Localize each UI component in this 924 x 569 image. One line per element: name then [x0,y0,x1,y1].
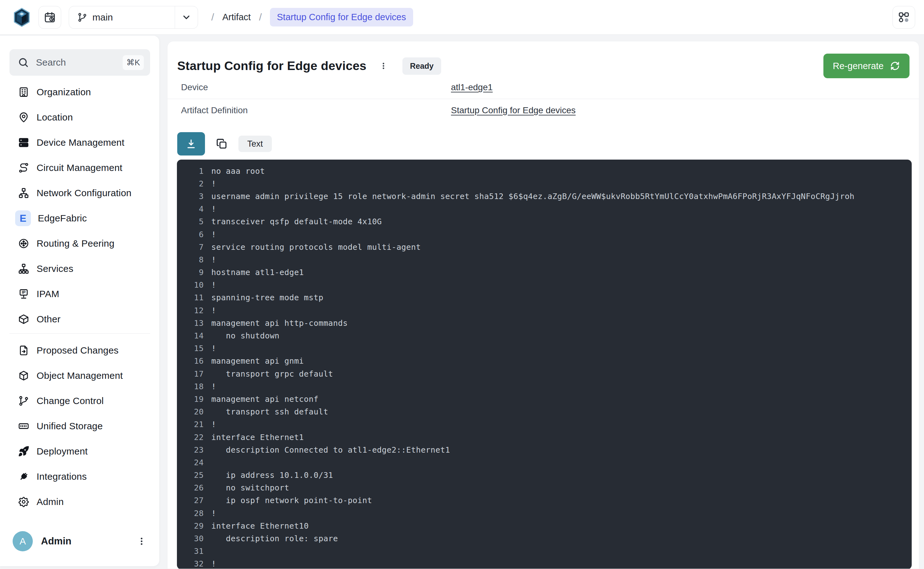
code-line: 25 ip address 10.1.0.0/31 [177,469,912,482]
artifact-definition-link[interactable]: Startup Config for Edge devices [451,105,576,116]
file-diff-icon [18,344,30,356]
sidebar-item-other[interactable]: Other [0,307,160,332]
user-name: Admin [41,536,127,547]
code-line: 4! [177,203,912,215]
sidebar-item-label: EdgeFabric [38,213,87,224]
line-number: 31 [177,546,204,556]
code-line: 15! [177,342,912,355]
breadcrumb: / Artifact / Startup Config for Edge dev… [211,8,413,26]
code-text: spanning-tree mode mstp [211,293,323,302]
code-text: ! [211,230,216,239]
sidebar: Search ⌘K OrganizationLocationDevice Man… [0,35,160,566]
code-text: no switchport [211,483,289,492]
map-pin-icon [18,111,30,123]
sidebar-item-integrations[interactable]: Integrations [0,464,160,489]
sidebar-item-change-control[interactable]: Change Control [0,388,160,414]
format-text-button[interactable]: Text [239,135,272,152]
device-link[interactable]: atl1-edge1 [451,82,492,93]
sidebar-item-organization[interactable]: Organization [0,79,160,105]
line-number: 1 [177,167,204,176]
sidebar-item-label: Proposed Changes [36,345,119,356]
user-menu[interactable]: A Admin [13,531,148,552]
app-logo [13,7,31,27]
refresh-icon [890,61,900,71]
router-icon [18,237,30,250]
sidebar-item-label: Circuit Management [36,163,122,173]
config-code-viewer[interactable]: 1no aaa root2!3username admin privilege … [177,160,912,569]
sidebar-item-device-management[interactable]: Device Management [0,130,160,155]
line-number: 29 [177,521,204,531]
search-input[interactable]: Search ⌘K [9,49,150,76]
code-text: management api netconf [211,395,319,404]
topbar: main / Artifact / Startup Config for Edg… [0,0,924,35]
sidebar-item-routing-peering[interactable]: Routing & Peering [0,231,160,256]
sidebar-item-label: Network Configuration [36,188,132,198]
line-number: 11 [177,293,204,302]
code-text: management api http-commands [211,319,348,328]
artifact-header: Startup Config for Edge devices Ready Re… [177,53,909,79]
branch-selector[interactable]: main [69,6,198,29]
code-line: 13management api http-commands [177,316,912,329]
sidebar-item-label: IPAM [36,289,59,299]
sidebar-item-label: Device Management [36,137,125,148]
breadcrumb-separator: / [211,11,214,23]
sidebar-item-location[interactable]: Location [0,105,160,130]
line-number: 17 [177,369,204,379]
code-text: ! [211,382,216,391]
sidebar-item-label: Deployment [36,446,88,457]
ipam-icon: IP [18,288,30,300]
sidebar-item-network-configuration[interactable]: Network Configuration [0,180,160,205]
copy-button[interactable] [213,135,230,152]
avatar: A [13,531,33,551]
search-icon [18,57,29,68]
user-kebab-button[interactable] [135,534,148,548]
code-text: hostname atl1-edge1 [211,268,304,277]
code-text: transport ssh default [211,407,328,416]
code-line: 3username admin privilege 15 role networ… [177,190,912,202]
field-row-artifact-definition: Artifact Definition Startup Config for E… [167,99,919,122]
code-text: transport grpc default [211,369,333,379]
line-number: 28 [177,509,204,518]
sidebar-item-deployment[interactable]: Deployment [0,439,160,464]
network-icon [18,187,30,199]
code-text: service routing protocols model multi-ag… [211,243,421,252]
regenerate-button[interactable]: Re-generate [824,53,909,78]
artifact-kebab-button[interactable] [377,59,390,73]
sidebar-item-ipam[interactable]: IPIPAM [0,281,160,307]
breadcrumb-item-artifact[interactable]: Artifact [222,12,251,23]
download-button[interactable] [177,132,205,155]
sidebar-item-unified-storage[interactable]: Unified Storage [0,414,160,439]
sidebar-item-edgefabric[interactable]: EEdgeFabric [0,205,160,231]
sidebar-nav-secondary: Proposed ChangesObject ManagementChange … [0,338,160,514]
git-branch-icon [77,12,87,23]
route-icon [18,162,30,174]
line-number: 32 [177,559,204,568]
sidebar-item-object-management[interactable]: Object Management [0,363,160,388]
sidebar-item-circuit-management[interactable]: Circuit Management [0,155,160,180]
breadcrumb-separator: / [259,11,262,23]
code-text: interface Ethernet10 [211,521,309,531]
line-number: 26 [177,483,204,492]
code-line: 2! [177,177,912,190]
code-text: no shutdown [211,331,280,340]
code-line: 16management api gnmi [177,355,912,367]
sidebar-item-admin[interactable]: Admin [0,489,160,514]
code-line: 30 description role: spare [177,532,912,545]
sidebar-item-label: Routing & Peering [36,238,114,249]
code-line: 26 no switchport [177,482,912,494]
sidebar-item-proposed-changes[interactable]: Proposed Changes [0,338,160,363]
code-line: 17 transport grpc default [177,367,912,380]
sidebar-item-services[interactable]: Services [0,256,160,281]
calendar-button[interactable] [38,6,61,29]
breadcrumb-item-current[interactable]: Startup Config for Edge devices [270,8,413,26]
code-line: 1no aaa root [177,165,912,177]
git-branch-icon [18,395,30,407]
code-text: ! [211,179,216,188]
sidebar-divider [9,333,150,334]
code-line: 29interface Ethernet10 [177,519,912,532]
tree-icon [18,263,30,275]
line-number: 13 [177,319,204,328]
apps-topology-button[interactable] [892,6,915,29]
sidebar-item-label: Object Management [36,370,123,381]
code-text: description role: spare [211,534,338,543]
